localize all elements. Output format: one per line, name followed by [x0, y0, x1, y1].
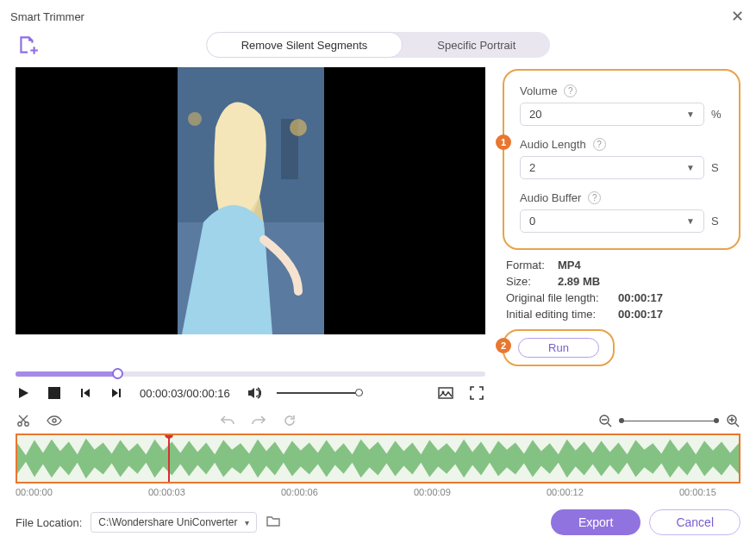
ruler-tick: 00:00:12 [547, 487, 584, 497]
init-time-value: 00:00:17 [618, 308, 663, 321]
volume-select[interactable]: 20 ▼ [520, 103, 704, 126]
step-badge-2: 2 [496, 338, 511, 353]
add-file-icon[interactable] [16, 33, 40, 57]
audio-length-row: 2 ▼ S [520, 156, 723, 179]
audio-buffer-select[interactable]: 0 ▼ [520, 209, 704, 233]
playhead[interactable] [168, 434, 170, 483]
tab-specific-portrait[interactable]: Specific Portrait [403, 32, 550, 58]
svg-point-9 [18, 422, 22, 426]
snapshot-icon[interactable] [438, 385, 453, 401]
volume-thumb[interactable] [355, 389, 363, 396]
audio-length-label-text: Audio Length [520, 138, 586, 151]
redo-icon[interactable] [251, 413, 266, 428]
audio-buffer-unit: S [711, 215, 723, 228]
ruler-tick: 00:00:06 [281, 487, 318, 497]
format-key: Format: [506, 259, 549, 271]
time-ruler: 00:00:00 00:00:03 00:00:06 00:00:09 00:0… [0, 483, 756, 497]
svg-point-5 [188, 112, 202, 126]
help-icon[interactable]: ? [564, 84, 577, 97]
ruler-tick: 00:00:15 [679, 487, 716, 497]
bottom-bar: File Location: C:\Wondershare UniConvert… [0, 499, 756, 549]
chevron-down-icon: ▼ [686, 163, 695, 172]
file-location-select[interactable]: C:\Wondershare UniConverter ▾ [91, 512, 256, 533]
svg-rect-6 [48, 387, 60, 399]
svg-point-11 [53, 419, 56, 422]
orig-length-key: Original file length: [506, 291, 609, 304]
volume-slider[interactable] [277, 392, 363, 394]
ruler-tick: 00:00:09 [414, 487, 451, 497]
waveform[interactable] [16, 434, 740, 483]
mode-tabs: Remove Silent Segments Specific Portrait [206, 32, 551, 58]
zoom-out-icon[interactable] [597, 413, 613, 428]
preview-column [16, 67, 485, 366]
init-time-key: Initial editing time: [506, 308, 609, 321]
run-box: 2 Run [503, 329, 615, 366]
zoom-controls [597, 413, 740, 428]
volume-unit: % [711, 108, 723, 121]
window-title: Smart Trimmer [10, 10, 84, 23]
audio-length-value: 2 [529, 161, 535, 174]
progress-thumb[interactable] [112, 368, 123, 379]
volume-row: 20 ▼ % [520, 103, 723, 126]
help-icon[interactable]: ? [588, 191, 601, 204]
file-meta: Format:MP4 Size:2.89 MB Original file le… [503, 250, 740, 321]
scrub-row [0, 366, 756, 377]
zoom-slider[interactable] [622, 421, 716, 421]
chevron-down-icon: ▼ [686, 109, 695, 119]
undo-icon[interactable] [220, 413, 235, 428]
video-frame [178, 67, 324, 334]
titlebar: Smart Trimmer ✕ [0, 0, 756, 33]
audio-buffer-label-text: Audio Buffer [520, 191, 581, 204]
export-button[interactable]: Export [551, 509, 640, 535]
parameters-column: 1 Volume ? 20 ▼ % Audio Length ? 2 ▼ [503, 67, 740, 366]
file-location-label: File Location: [16, 516, 82, 529]
volume-value: 20 [529, 108, 541, 121]
zoom-slider-end [714, 418, 719, 423]
orig-length-value: 00:00:17 [618, 291, 663, 304]
progress-fill [16, 371, 116, 377]
main-row: 1 Volume ? 20 ▼ % Audio Length ? 2 ▼ [0, 62, 756, 366]
parameters-box: 1 Volume ? 20 ▼ % Audio Length ? 2 ▼ [503, 69, 740, 250]
top-row: Remove Silent Segments Specific Portrait [0, 33, 756, 62]
stop-icon[interactable] [47, 385, 62, 401]
svg-rect-7 [439, 388, 453, 398]
audio-length-select[interactable]: 2 ▼ [520, 156, 704, 179]
help-icon[interactable]: ? [593, 138, 606, 151]
video-preview[interactable] [16, 67, 485, 334]
time-display: 00:00:03/00:00:16 [140, 387, 230, 400]
refresh-icon[interactable] [282, 413, 297, 428]
play-icon[interactable] [16, 385, 31, 401]
cancel-button[interactable]: Cancel [649, 509, 740, 535]
audio-buffer-row: 0 ▼ S [520, 209, 723, 233]
close-icon[interactable]: ✕ [728, 7, 746, 26]
volume-icon[interactable] [246, 385, 261, 401]
cut-icon[interactable] [16, 413, 31, 428]
size-value: 2.89 MB [558, 275, 600, 288]
file-location-value: C:\Wondershare UniConverter [98, 516, 237, 528]
audio-length-label: Audio Length ? [520, 138, 723, 151]
folder-icon[interactable] [266, 514, 281, 532]
audio-buffer-value: 0 [529, 215, 535, 228]
step-badge-1: 1 [496, 134, 511, 150]
ruler-tick: 00:00:03 [148, 487, 185, 497]
timeline-tools [0, 408, 756, 434]
zoom-in-icon[interactable] [725, 413, 740, 428]
chevron-down-icon: ▾ [245, 518, 249, 527]
svg-point-4 [290, 119, 307, 136]
progress-track[interactable] [16, 371, 485, 377]
player-controls: 00:00:03/00:00:16 [0, 377, 500, 408]
next-icon[interactable] [109, 385, 124, 401]
svg-point-10 [25, 422, 28, 426]
ruler-tick: 00:00:00 [16, 487, 53, 497]
audio-length-unit: S [711, 161, 723, 174]
prev-icon[interactable] [78, 385, 93, 401]
run-button[interactable]: Run [518, 338, 599, 358]
fullscreen-icon[interactable] [469, 385, 484, 401]
zoom-slider-start [619, 418, 624, 423]
audio-buffer-label: Audio Buffer ? [520, 191, 723, 204]
volume-label-text: Volume [520, 84, 557, 97]
size-key: Size: [506, 275, 549, 288]
format-value: MP4 [558, 259, 581, 271]
tab-remove-silent[interactable]: Remove Silent Segments [206, 32, 403, 58]
eye-icon[interactable] [47, 413, 62, 428]
